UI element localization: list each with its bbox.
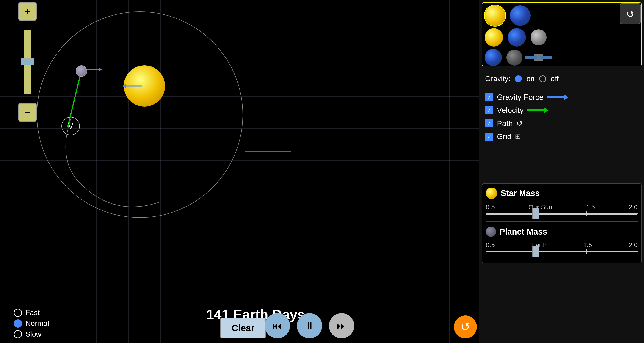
planet-mass-labels: 0.5 Earth 1.5 2.0	[486, 242, 638, 249]
zoom-slider-track	[24, 30, 31, 94]
zoom-controls: + −	[18, 0, 37, 122]
zoom-out-button[interactable]: −	[18, 103, 37, 122]
bottom-controls: ⏮ ⏸ ⏭	[0, 313, 482, 338]
planet-mass-slider-track[interactable]	[486, 250, 638, 252]
star-mass-header: Star Mass	[486, 188, 638, 199]
gravity-off-radio[interactable]	[539, 76, 546, 82]
gravity-on-radio[interactable]	[515, 76, 522, 82]
gravity-section: Gravity: on off ✓ Gravity Force ✓ Veloci…	[482, 71, 642, 148]
rewind-button[interactable]: ⏮	[265, 313, 290, 338]
gravity-off-label: off	[551, 74, 559, 83]
gravity-divider	[485, 88, 638, 88]
grid-checkbox[interactable]: ✓	[485, 132, 493, 141]
preset-moon-dark[interactable]	[506, 50, 522, 66]
velocity-row: ✓ Velocity	[485, 106, 638, 115]
reset-button[interactable]: ↺	[620, 4, 640, 24]
preset-satellite[interactable]	[527, 52, 550, 63]
planet-mass-2-0: 2.0	[629, 242, 638, 249]
star-mass-label: Star Mass	[501, 188, 540, 198]
preset-earth-selected[interactable]	[510, 5, 530, 26]
velocity-checkbox[interactable]: ✓	[485, 106, 493, 114]
mass-divider	[486, 222, 638, 222]
planet-mass-icon	[486, 226, 496, 237]
gravity-toggle-row: Gravity: on off	[485, 74, 638, 83]
planet-body[interactable]	[76, 65, 87, 77]
path-label: Path	[497, 119, 513, 128]
path-checkbox[interactable]: ✓	[485, 119, 493, 128]
planet-mass-header: Planet Mass	[486, 226, 638, 237]
gravity-force-arrow-icon	[547, 96, 565, 98]
ptick3	[586, 249, 587, 254]
preset-earth-alt[interactable]	[508, 28, 526, 46]
tick1	[486, 212, 486, 216]
star-mass-2-0: 2.0	[629, 204, 638, 211]
star-mass-labels: 0.5 Our Sun 1.5 2.0	[486, 204, 638, 211]
right-panel: ↺ Gravity: on off ✓ Gravity Force ✓ Velo…	[479, 0, 644, 343]
playback-controls: ⏮ ⏸ ⏭	[265, 313, 354, 338]
zoom-slider-thumb[interactable]	[21, 58, 34, 65]
gravity-force-label: Gravity Force	[497, 93, 544, 102]
planet-mass-slider-thumb[interactable]	[532, 246, 539, 257]
star-mass-slider-track[interactable]	[486, 213, 638, 214]
grid-label: Grid	[497, 132, 512, 141]
preset-earth-row3[interactable]	[485, 49, 502, 66]
planet-mass-1-5: 1.5	[583, 242, 592, 249]
planet-mass-min: 0.5	[486, 242, 495, 249]
sun-crosshair-v	[268, 128, 268, 174]
velocity-indicator: V	[62, 117, 80, 135]
ptick1	[486, 249, 486, 254]
mass-section: Star Mass 0.5 Our Sun 1.5 2.0 Planet Mas…	[482, 184, 642, 264]
gravity-force-checkbox[interactable]: ✓	[485, 93, 493, 101]
preset-sun-selected[interactable]	[485, 5, 505, 26]
tick4	[638, 212, 638, 216]
gravity-label: Gravity:	[485, 74, 510, 83]
planet-mass-label: Planet Mass	[500, 227, 547, 236]
zoom-in-button[interactable]: +	[18, 2, 37, 21]
preset-row3	[485, 49, 639, 66]
preset-moon[interactable]	[530, 29, 546, 46]
star-mass-icon	[486, 188, 497, 199]
simulation-area: V + − Fast Normal Slow 141 Earth Days Cl…	[0, 0, 482, 343]
gravity-on-label: on	[526, 74, 535, 83]
orbit-circle	[37, 12, 243, 218]
velocity-arrow-icon	[527, 109, 546, 111]
refresh-button[interactable]: ↺	[454, 316, 477, 338]
star-mass-mid: Our Sun	[528, 204, 552, 211]
path-row: ✓ Path ↺	[485, 119, 638, 128]
path-icon: ↺	[516, 119, 523, 128]
gravity-force-row: ✓ Gravity Force	[485, 93, 638, 102]
preset-row1	[485, 5, 639, 26]
grid-icon: ⊞	[515, 132, 521, 140]
ptick4	[638, 249, 638, 254]
sun-body[interactable]	[124, 65, 165, 106]
velocity-label: Velocity	[497, 106, 524, 115]
step-button[interactable]: ⏭	[329, 313, 354, 338]
star-mass-slider-thumb[interactable]	[532, 208, 539, 220]
grid-row: ✓ Grid ⊞	[485, 132, 638, 141]
star-mass-1-5: 1.5	[586, 204, 595, 211]
preset-area	[482, 2, 642, 66]
tick3	[586, 212, 587, 216]
star-mass-min: 0.5	[486, 204, 495, 211]
pause-button[interactable]: ⏸	[297, 313, 322, 338]
preset-sun-alt[interactable]	[485, 28, 503, 46]
preset-row2	[485, 28, 639, 46]
